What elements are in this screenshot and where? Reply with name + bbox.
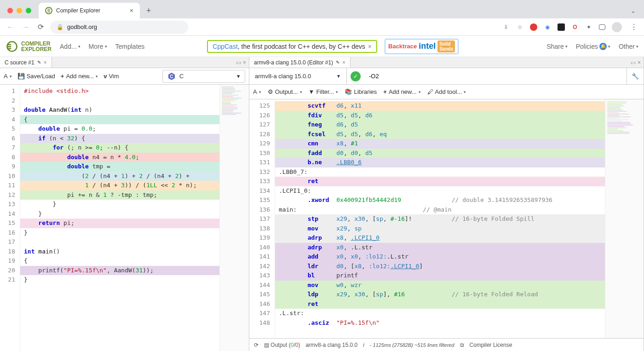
stats-icon[interactable]: ⧉ — [460, 342, 464, 348]
logo-icon — [6, 40, 18, 53]
gear-icon: ⚙ — [268, 88, 273, 95]
pane-maximize-icon[interactable]: ▭ — [236, 59, 241, 66]
opera-ext-icon[interactable]: O — [571, 23, 579, 31]
extension-icons: ⇩ ☆ ◉ O ✦ ⋮ — [502, 21, 639, 33]
browser-menu-icon[interactable]: ⋮ — [628, 21, 639, 33]
favicon-icon — [45, 7, 52, 14]
maximize-window-icon[interactable] — [26, 8, 31, 13]
pane-close-icon[interactable]: × — [243, 59, 246, 66]
libraries-button[interactable]: 📚Libraries — [345, 88, 377, 95]
compiler-pane-tabs: armv8-a clang 15.0.0 (Editor #1) ✎ × ▭ × — [249, 57, 644, 68]
book-icon: 📚 — [345, 88, 352, 95]
source-toolbar: A▾ 💾Save/Load +Add new...▾ νVim C C ▾ — [0, 68, 249, 85]
close-window-icon[interactable] — [7, 8, 13, 13]
install-icon[interactable]: ⇩ — [502, 23, 510, 31]
compiler-select-row: armv8-a clang 15.0.0 ▼ ✓ 🔧 — [249, 68, 644, 85]
compiler-picker[interactable]: armv8-a clang 15.0.0 ▼ — [249, 68, 347, 84]
compiler-status-bar: ⟳ ▤ Output (0/0) armv8-a clang 15.0.0 i … — [249, 338, 644, 351]
address-bar: ← → ⟳ 🔒 godbolt.org ⇩ ☆ ◉ O ✦ ⋮ — [0, 18, 644, 36]
sponsor-close-icon[interactable]: × — [368, 43, 372, 50]
share-menu[interactable]: Share▾ — [546, 43, 567, 50]
compiler-flags-input[interactable] — [364, 68, 627, 84]
other-menu[interactable]: Other▾ — [619, 43, 638, 50]
terminal-ext-icon[interactable] — [558, 23, 565, 31]
compiler-tab-label: armv8-a clang 15.0.0 (Editor #1) — [254, 59, 333, 66]
asm-font-button[interactable]: A▾ — [253, 88, 261, 95]
compiler-name: armv8-a clang 15.0.0 — [255, 73, 311, 80]
pane-maximize-icon[interactable]: ▭ — [631, 59, 636, 66]
source-gutter: 123456789101112131415161718192021 — [0, 85, 20, 351]
source-minimap[interactable] — [219, 85, 249, 351]
compiler-pane: armv8-a clang 15.0.0 (Editor #1) ✎ × ▭ ×… — [249, 57, 644, 351]
asm-editor[interactable]: 1251261271281291301311321331341351361371… — [249, 99, 644, 338]
minimize-window-icon[interactable] — [17, 8, 22, 13]
profile-avatar[interactable] — [612, 22, 622, 32]
tabs-dropdown-icon[interactable]: ⌄ — [626, 7, 640, 14]
source-code[interactable]: #include <stdio.h> double AandW(int n){ … — [20, 85, 219, 351]
info-icon[interactable]: i — [363, 342, 364, 348]
output-toggle[interactable]: ▤ Output (0/0) — [264, 342, 300, 348]
new-tab-button[interactable]: + — [144, 6, 154, 16]
browser-tab[interactable]: Compiler Explorer × — [39, 3, 140, 18]
close-compiler-tab-icon[interactable]: × — [342, 59, 345, 66]
reload-button[interactable]: ⟳ — [36, 21, 46, 33]
close-source-tab-icon[interactable]: × — [44, 59, 47, 66]
source-tab-label: C source #1 — [5, 59, 34, 66]
compiler-toolbar: A▾ ⚙Output...▾ ▼Filter...▾ 📚Libraries +A… — [249, 85, 644, 99]
solidsands-logo: SolidSands — [437, 40, 455, 52]
asm-minimap[interactable] — [605, 99, 644, 338]
wand-icon: 🖊 — [427, 88, 433, 95]
sidepanel-icon[interactable] — [599, 24, 605, 30]
logo-text-top: COMPILER — [21, 41, 52, 46]
c-lang-icon: C — [167, 72, 176, 81]
reload-asm-icon[interactable]: ⟳ — [254, 342, 259, 348]
compiler-tab[interactable]: armv8-a clang 15.0.0 (Editor #1) ✎ × — [249, 57, 351, 68]
policies-menu[interactable]: Policies🔔▾ — [576, 43, 610, 50]
pin-icon[interactable]: ✎ — [336, 60, 339, 65]
app-header: COMPILEREXPLORER Add...▾ More▾ Templates… — [0, 36, 644, 57]
funnel-icon: ▼ — [309, 88, 315, 95]
url-input[interactable]: 🔒 godbolt.org — [50, 21, 188, 34]
add-menu[interactable]: Add...▾ — [60, 43, 80, 50]
more-menu[interactable]: More▾ — [89, 43, 107, 50]
logo-text-bottom: EXPLORER — [21, 46, 52, 52]
license-link[interactable]: Compiler License — [470, 342, 512, 348]
add-new-button[interactable]: +Add new...▾ — [61, 73, 98, 80]
svg-rect-3 — [7, 46, 12, 47]
logo[interactable]: COMPILEREXPLORER — [6, 40, 52, 53]
bookmark-star-icon[interactable]: ☆ — [516, 23, 523, 31]
asm-gutter: 1251261271281291301311321331341351361371… — [249, 99, 275, 338]
forward-button[interactable]: → — [20, 21, 31, 33]
record-icon[interactable] — [530, 23, 537, 31]
globe-ext-icon[interactable]: ◉ — [544, 23, 551, 31]
vim-toggle[interactable]: νVim — [104, 73, 119, 80]
pane-close-icon[interactable]: × — [638, 59, 641, 66]
font-size-button[interactable]: A▾ — [4, 73, 12, 80]
source-editor[interactable]: 123456789101112131415161718192021 #inclu… — [0, 85, 249, 351]
status-timing: - 1125ms (27582B) ~515 lines filtered — [370, 342, 454, 348]
sponsor-link[interactable]: CppCast — [213, 43, 237, 50]
back-button[interactable]: ← — [5, 21, 16, 33]
lock-icon: 🔒 — [57, 24, 63, 30]
save-load-button[interactable]: 💾Save/Load — [17, 73, 55, 80]
wrench-icon: 🔧 — [632, 73, 639, 80]
close-tab-icon[interactable]: × — [130, 7, 133, 14]
asm-add-new-button[interactable]: +Add new...▾ — [383, 88, 420, 95]
extensions-icon[interactable]: ✦ — [585, 23, 592, 31]
output-button[interactable]: ⚙Output...▾ — [268, 88, 302, 95]
status-compiler: armv8-a clang 15.0.0 — [305, 342, 357, 348]
window-controls — [4, 8, 35, 13]
language-picker[interactable]: C C ▾ — [162, 70, 245, 83]
sponsor-logos[interactable]: Backtrace intel SolidSands — [385, 39, 459, 54]
source-tab[interactable]: C source #1 ✎ × — [0, 57, 52, 68]
templates-menu[interactable]: Templates — [115, 43, 145, 50]
asm-code[interactable]: scvtf d6, x11 fdiv d5, d5, d6 fneg d6, d… — [275, 99, 605, 338]
filter-button[interactable]: ▼Filter...▾ — [309, 88, 339, 95]
language-label: C — [179, 73, 184, 80]
add-tool-button[interactable]: 🖊Add tool...▾ — [427, 88, 466, 95]
sponsor-banner[interactable]: CppCast, the first podcast for C++ devs,… — [207, 40, 377, 53]
sponsor-text: , the first podcast for C++ devs, by C++… — [238, 43, 365, 50]
bell-icon: 🔔 — [599, 43, 607, 50]
compiler-options-button[interactable]: 🔧 — [627, 68, 644, 84]
pin-icon[interactable]: ✎ — [37, 60, 41, 65]
